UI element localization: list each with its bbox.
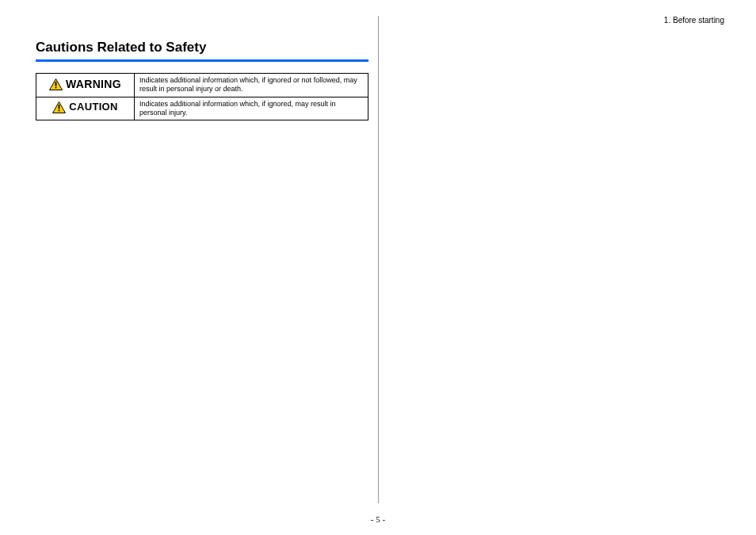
caution-description-cell: Indicates additional information which, … — [135, 97, 368, 120]
warning-description-cell: Indicates additional information which, … — [135, 74, 368, 97]
svg-rect-5 — [59, 110, 60, 112]
page: 1. Before starting Cautions Related to S… — [0, 0, 756, 535]
svg-rect-2 — [55, 86, 57, 88]
warning-label-text: WARNING — [66, 78, 121, 92]
left-column: Cautions Related to Safety WARNING — [36, 40, 368, 120]
caution-label-cell: CAUTION — [36, 97, 135, 120]
column-divider — [378, 16, 379, 503]
caution-label: CAUTION — [52, 101, 117, 113]
title-underline — [36, 59, 368, 62]
caution-triangle-icon — [52, 101, 66, 113]
page-title: Cautions Related to Safety — [36, 40, 368, 59]
svg-rect-1 — [55, 82, 57, 86]
warning-triangle-icon — [49, 78, 63, 90]
safety-table: WARNING Indicates additional information… — [36, 73, 368, 120]
warning-label-cell: WARNING — [36, 74, 135, 97]
table-row: WARNING Indicates additional information… — [36, 74, 368, 97]
page-number: - 5 - — [0, 514, 756, 524]
svg-rect-4 — [59, 105, 60, 109]
table-row: CAUTION Indicates additional information… — [36, 97, 368, 120]
header-section-label: 1. Before starting — [664, 16, 724, 25]
caution-label-text: CAUTION — [69, 101, 117, 113]
warning-label: WARNING — [49, 78, 121, 92]
